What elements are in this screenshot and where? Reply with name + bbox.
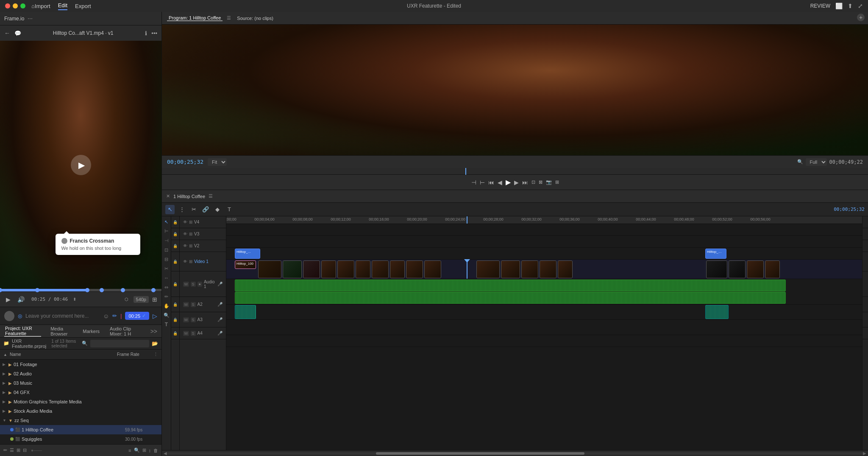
folder-04-gfx[interactable]: ▶ ▶ 04 GFX	[0, 388, 161, 397]
scrollbar-track[interactable]	[167, 452, 863, 455]
v2-clip-1[interactable]: Hilltop_...	[235, 249, 260, 259]
mark-out-btn[interactable]: ⊢	[480, 179, 485, 186]
icon-view-btn[interactable]: ⊞	[142, 448, 146, 453]
seq-hilltop-coffee[interactable]: ⬛ 1 Hilltop Coffee 59.94 fps	[0, 425, 161, 434]
tab-program-monitor[interactable]: Program: 1 Hilltop Coffee	[167, 15, 223, 21]
step-fwd-btn[interactable]: ▶	[514, 179, 519, 186]
marker-1[interactable]	[35, 288, 39, 292]
v1-clip-9[interactable]	[540, 260, 556, 278]
v4-sync-icon[interactable]: ⊞	[189, 220, 192, 224]
tab-source-monitor[interactable]: Source: (no clips)	[235, 16, 275, 21]
lock-icon[interactable]: 🔒	[173, 220, 178, 224]
marker-4[interactable]	[121, 288, 125, 292]
menu-edit[interactable]: Edit	[58, 2, 67, 10]
track-select-tool[interactable]: ⊢	[163, 227, 170, 235]
program-play-btn[interactable]: ▶	[506, 178, 511, 186]
a3-mic-icon[interactable]: 🎤	[217, 317, 223, 322]
folder-03-music[interactable]: ▶ ▶ 03 Music	[0, 378, 161, 388]
v1-clip-8[interactable]	[521, 260, 538, 278]
lock-icon[interactable]: 🔒	[173, 331, 178, 336]
a1-audio-clip-ch2[interactable]	[235, 292, 786, 304]
folder-zz-seq[interactable]: ▼ ▼ zz Seq	[0, 416, 161, 425]
v1-clip-shg[interactable]: SHG...	[321, 260, 336, 278]
v1-clip-10[interactable]	[558, 260, 573, 278]
close-button[interactable]	[5, 3, 10, 8]
slide-tool[interactable]: ⇔	[163, 283, 170, 291]
marker-2[interactable]	[85, 288, 89, 292]
a4-solo-btn[interactable]: S	[191, 331, 196, 336]
pencil-icon[interactable]: ✏	[3, 448, 7, 453]
fit-dropdown[interactable]: Fit	[208, 158, 227, 166]
v1-clip-12[interactable]: SHGN7_S	[747, 260, 764, 278]
mark-in-btn[interactable]: ⊣	[471, 179, 476, 186]
rolling-tool[interactable]: ⊡	[163, 246, 170, 254]
source-volume-icon[interactable]: 🔊	[16, 295, 26, 304]
cursor-tool[interactable]: ↖	[163, 218, 170, 226]
v3-sync-icon[interactable]: ⊞	[189, 232, 192, 236]
snap-tool[interactable]: ⋮	[177, 205, 186, 214]
pen-tool[interactable]: ✏	[163, 293, 170, 300]
v1-clip-shgn7-500[interactable]: SHGN7_500	[258, 260, 281, 278]
pen-color-icon[interactable]: |	[120, 313, 122, 319]
info-icon[interactable]: ℹ	[145, 30, 147, 36]
export-frame-btn[interactable]: 📷	[546, 179, 552, 185]
a3-solo-btn[interactable]: S	[191, 317, 196, 322]
tab-project[interactable]: Project: UXR Featurette	[4, 326, 41, 337]
v1-clip-shgn7-2[interactable]: SHGN7	[372, 260, 389, 278]
comment-icon[interactable]: 💬	[14, 30, 21, 36]
a1-audio-clip[interactable]	[235, 280, 786, 291]
lock-icon[interactable]: 🔒	[173, 302, 178, 307]
lock-icon[interactable]: 🔒	[173, 260, 178, 264]
source-play-button[interactable]: ▶	[4, 295, 12, 304]
v1-clip-shgn[interactable]: SHGN	[424, 260, 441, 278]
lock-icon[interactable]: 🔒	[173, 318, 178, 322]
panel-menu-icon[interactable]: ☰	[227, 15, 231, 21]
more-icon[interactable]: •••	[151, 30, 157, 36]
tab-markers[interactable]: Markers	[82, 329, 100, 334]
program-timecode[interactable]: 00;00;25;32	[167, 159, 205, 165]
lift-btn[interactable]: ⊡	[531, 179, 535, 185]
scroll-right-icon[interactable]: ▶	[863, 451, 866, 456]
folder-motion-graphics[interactable]: ▶ ▶ Motion Graphics Template Media	[0, 397, 161, 406]
framerate-column-header[interactable]: Frame Rate	[117, 352, 151, 357]
menu-dots-icon[interactable]: ⋯	[28, 16, 33, 22]
a3-mute-btn[interactable]: M	[183, 317, 189, 322]
lock-icon[interactable]: 🔒	[173, 244, 178, 248]
a2-audio-clip-2[interactable]	[705, 305, 729, 319]
full-dropdown[interactable]: Full	[806, 158, 827, 166]
add-track-button[interactable]: +	[857, 14, 865, 21]
menu-import[interactable]: Import	[35, 3, 50, 9]
project-search-input[interactable]	[90, 340, 149, 347]
folder-01-footage[interactable]: ▶ ▶ 01 Footage	[0, 360, 161, 369]
hand-tool[interactable]: ✋	[163, 302, 170, 310]
sort-btn[interactable]: ↕	[149, 448, 151, 453]
a1-rec-btn[interactable]: ●	[198, 282, 202, 287]
v1-clip-5[interactable]	[390, 260, 405, 278]
comment-input[interactable]	[25, 313, 100, 319]
v1-sync-icon[interactable]: ⊞	[189, 259, 192, 264]
v1-clip-13[interactable]: SHGN7_S	[765, 260, 780, 278]
razor-tool[interactable]: ✂	[189, 205, 198, 214]
rate-stretch-tool[interactable]: ⊟	[163, 255, 170, 263]
v4-eye-icon[interactable]: 👁	[183, 220, 187, 224]
name-column-header[interactable]: Name	[10, 352, 114, 357]
quality-badge[interactable]: 540p	[134, 296, 149, 303]
v1-clip-shgn7[interactable]: SHGN7	[337, 260, 354, 278]
v1-clip-2[interactable]	[283, 260, 302, 278]
comment-time-badge[interactable]: 00:25 ✓	[125, 312, 149, 320]
pen-icon[interactable]: ✏	[112, 313, 117, 319]
review-button[interactable]: REVIEW	[810, 3, 830, 9]
marker-3[interactable]	[100, 288, 104, 292]
create-bin-icon[interactable]: 📂	[152, 341, 158, 347]
lock-icon[interactable]: 🔒	[173, 232, 178, 236]
marker-5[interactable]	[151, 288, 156, 292]
scroll-left-icon[interactable]: ◀	[164, 451, 167, 456]
seq-squiggles[interactable]: ⬛ Squiggles 30.00 fps	[0, 434, 161, 444]
v1-clip-shgn7-1080[interactable]: SHGN7...	[706, 260, 727, 278]
search-btn[interactable]: 🔍	[134, 448, 140, 453]
step-back-btn[interactable]: ◀	[498, 179, 502, 186]
freeform-icon[interactable]: ⊟	[23, 448, 27, 453]
more-columns-btn[interactable]: ⋮	[153, 352, 158, 357]
source-fullscreen-btn[interactable]: ⊞	[152, 296, 157, 303]
ripple-tool[interactable]: ⊣	[163, 237, 170, 244]
